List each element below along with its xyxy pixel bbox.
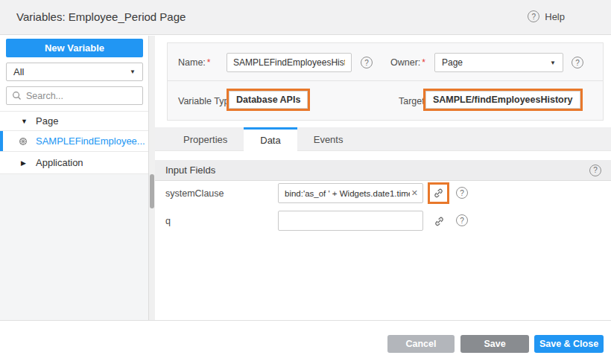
input-fields-title: Input Fields xyxy=(165,165,589,176)
name-label: Name:* xyxy=(178,57,211,68)
clear-icon[interactable]: ✕ xyxy=(411,188,422,198)
tree-group-page-label: Page xyxy=(36,115,58,127)
name-input[interactable] xyxy=(227,53,352,72)
search-icon xyxy=(12,91,22,100)
name-help-icon[interactable]: ? xyxy=(361,57,373,68)
filter-selected-value: All xyxy=(13,66,130,77)
q-input-wrap xyxy=(278,211,423,231)
cancel-button[interactable]: Cancel xyxy=(387,335,455,353)
tab-events[interactable]: Events xyxy=(297,127,360,151)
form-row-name-owner: Name:* ? Owner:* Page ▼ ? xyxy=(168,43,603,81)
chevron-down-icon: ▼ xyxy=(130,68,136,75)
variable-type-value: Database APIs xyxy=(229,91,308,109)
owner-label: Owner:* xyxy=(390,57,425,68)
sidebar-scrollbar[interactable] xyxy=(149,36,155,320)
save-and-close-button[interactable]: Save & Close xyxy=(534,335,604,353)
tree-item-selected-variable[interactable]: SAMPLEFindEmployee... xyxy=(0,131,148,152)
required-asterisk: * xyxy=(422,57,425,68)
link-icon xyxy=(434,216,445,227)
sidebar-scrollbar-thumb[interactable] xyxy=(150,174,154,208)
owner-help-icon[interactable]: ? xyxy=(572,57,583,68)
tab-properties[interactable]: Properties xyxy=(167,127,244,151)
tree-expanded-icon[interactable]: ▼ xyxy=(21,118,28,125)
input-field-row-systemclause: systemClause ✕ ? xyxy=(155,183,611,203)
tree-item-label: SAMPLEFindEmployee... xyxy=(36,135,145,147)
search-input[interactable] xyxy=(26,91,123,101)
q-input[interactable] xyxy=(279,211,422,230)
target-highlight: SAMPLE/findEmployeesHistory xyxy=(423,89,583,111)
tree-group-page[interactable]: ▼ Page xyxy=(0,112,148,131)
owner-selected-value: Page xyxy=(442,57,550,68)
footer-bar: Cancel Save Save & Close xyxy=(0,321,611,364)
systemclause-input-wrap: ✕ xyxy=(278,183,423,203)
required-asterisk: * xyxy=(207,57,211,68)
target-value: SAMPLE/findEmployeesHistory xyxy=(425,91,580,109)
variable-summary-form: Name:* ? Owner:* Page ▼ ? Variable Type:… xyxy=(167,42,604,121)
q-help-icon[interactable]: ? xyxy=(456,214,468,226)
chevron-down-icon: ▼ xyxy=(550,60,556,66)
input-field-row-q: q ? xyxy=(155,211,611,231)
variable-filter-select[interactable]: All ▼ xyxy=(6,63,143,81)
variables-tree: ▼ Page SAMPLEFindEmployee... ▶ Applicati… xyxy=(0,111,148,174)
input-fields-help-icon[interactable]: ? xyxy=(589,165,601,176)
search-field[interactable] xyxy=(6,86,143,105)
variable-type-highlight: Database APIs xyxy=(227,89,310,111)
systemclause-bind-link-button[interactable] xyxy=(428,182,449,204)
form-row-type-target: Variable Type: Database APIs Target: SAM… xyxy=(168,82,603,121)
tree-group-application-label: Application xyxy=(36,157,83,168)
q-label: q xyxy=(165,216,171,226)
detail-tabbar: Properties Data Events xyxy=(155,127,611,151)
help-label: Help xyxy=(545,11,565,22)
tab-data[interactable]: Data xyxy=(244,127,297,151)
variable-type-icon xyxy=(18,136,28,147)
systemclause-label: systemClause xyxy=(165,188,224,199)
systemclause-help-icon[interactable]: ? xyxy=(456,187,468,199)
variables-editor-window: Variables: Employee_Period Page ? Help N… xyxy=(0,0,611,364)
q-bind-link-button[interactable] xyxy=(430,212,448,230)
help-button[interactable]: ? Help xyxy=(528,10,565,22)
tree-group-application[interactable]: ▶ Application xyxy=(0,152,148,174)
save-button[interactable]: Save xyxy=(460,335,529,353)
systemclause-input[interactable] xyxy=(279,184,411,202)
tree-collapsed-icon[interactable]: ▶ xyxy=(21,159,28,167)
variables-sidebar: New Variable All ▼ ▼ Page SAMPLEF xyxy=(0,36,149,320)
owner-select[interactable]: Page ▼ xyxy=(434,53,563,72)
variable-detail-panel: Name:* ? Owner:* Page ▼ ? Variable Type:… xyxy=(155,36,611,320)
header-bar: Variables: Employee_Period Page ? Help xyxy=(0,0,611,35)
page-title: Variables: Employee_Period Page xyxy=(16,10,186,23)
link-icon xyxy=(433,188,444,199)
help-icon: ? xyxy=(528,10,539,22)
new-variable-button[interactable]: New Variable xyxy=(6,39,143,57)
input-fields-section-header: Input Fields ? xyxy=(155,160,611,181)
